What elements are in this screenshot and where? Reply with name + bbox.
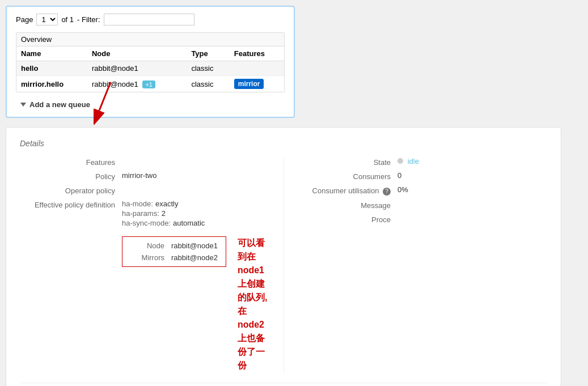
queue-name-mirrior[interactable]: mirrior.hello: [16, 76, 87, 92]
of-label: of 1: [61, 15, 74, 24]
message-row: Message: [295, 200, 547, 210]
col-node: Node: [87, 46, 187, 61]
filter-label: - Filter:: [77, 15, 100, 24]
add-queue-label: Add a new queue: [29, 100, 90, 109]
col-type: Type: [187, 46, 229, 61]
state-dot-icon: [397, 158, 403, 164]
consumer-util-row: Consumer utilisation ? 0%: [295, 185, 547, 196]
consumers-count-value: 0: [397, 171, 401, 180]
ha-mode-value: exactly: [155, 200, 178, 208]
queue-type-hello: classic: [187, 61, 229, 76]
effective-policy-row: Effective policy definition ha-mode: exa…: [20, 200, 272, 227]
right-column: State idle Consumers 0 Consumer utilisat…: [284, 157, 547, 372]
consumers-section: Consumers: [20, 383, 547, 386]
features-row: Features: [20, 157, 272, 167]
queue-node-mirrior: rabbit@node1 +1: [87, 76, 187, 92]
page-label: Page: [16, 15, 33, 24]
consumers-count-row: Consumers 0: [295, 171, 547, 181]
overview-section: Overview Name Node Type Features hello r…: [16, 32, 285, 92]
queue-features-mirrior: mirrior: [230, 76, 284, 92]
page-select[interactable]: 1: [36, 14, 58, 26]
consumer-util-label: Consumer utilisation ?: [295, 185, 397, 196]
ha-sync-mode-value: automatic: [173, 219, 205, 227]
queue-node-hello: rabbit@node1: [87, 61, 187, 76]
details-title: Details: [20, 139, 547, 148]
top-panel: Page 1 of 1 - Filter: Overview Name Node…: [6, 6, 295, 118]
chevron-down-icon: [20, 103, 26, 107]
annotation-text: 可以看到在node1上创建的队列, 在node2上也备份了一份: [238, 236, 272, 372]
effective-policy-label: Effective policy definition: [20, 200, 122, 209]
filter-input[interactable]: [104, 14, 194, 26]
table-row[interactable]: hello rabbit@node1 classic: [16, 61, 284, 76]
node-badge: +1: [142, 80, 155, 88]
policy-label: Policy: [20, 171, 122, 181]
pagination-row: Page 1 of 1 - Filter:: [16, 14, 285, 26]
ha-sync-mode-key: ha-sync-mode:: [122, 219, 171, 227]
consumers-count-label: Consumers: [295, 171, 397, 181]
operator-policy-row: Operator policy: [20, 185, 272, 195]
bottom-panel: Details Features Policy mirrior-two Oper…: [6, 127, 561, 386]
node-box-value: rabbit@node1: [171, 241, 218, 250]
ha-params: ha-mode: exactly ha-params: 2 ha-sync-mo…: [122, 200, 205, 227]
mirrors-box-value: rabbit@node2: [171, 253, 218, 262]
proc-label: Proce: [295, 214, 397, 224]
message-label: Message: [295, 200, 397, 210]
consumer-util-value: 0%: [397, 185, 408, 194]
state-label: State: [295, 157, 397, 167]
proc-row: Proce: [295, 214, 547, 224]
feature-mirrior-badge: mirrior: [234, 79, 264, 89]
ha-params-key: ha-params:: [122, 209, 159, 218]
question-mark-icon[interactable]: ?: [383, 188, 391, 196]
details-grid: Features Policy mirrior-two Operator pol…: [20, 157, 547, 372]
ha-params-value: 2: [162, 209, 166, 218]
queue-features-hello: [230, 61, 284, 76]
queue-type-mirrior: classic: [187, 76, 229, 92]
node-mirrors-section: Node rabbit@node1 Mirrors rabbit@node2 可…: [20, 232, 272, 372]
state-value: idle: [397, 157, 419, 166]
features-label: Features: [20, 157, 122, 167]
col-features: Features: [230, 46, 284, 61]
queue-name-hello[interactable]: hello: [16, 61, 87, 76]
overview-label: Overview: [16, 33, 284, 46]
table-row[interactable]: mirrior.hello rabbit@node1 +1 classic mi…: [16, 76, 284, 92]
policy-value: mirrior-two: [122, 171, 156, 180]
add-queue-row[interactable]: Add a new queue: [16, 96, 285, 109]
ha-mode-key: ha-mode:: [122, 200, 153, 208]
operator-policy-label: Operator policy: [20, 185, 122, 195]
state-row: State idle: [295, 157, 547, 167]
node-box-label: Node: [130, 241, 164, 250]
policy-row: Policy mirrior-two: [20, 171, 272, 181]
col-name: Name: [16, 46, 87, 61]
queue-table: Name Node Type Features hello rabbit@nod…: [16, 46, 284, 92]
state-idle-text: idle: [408, 157, 419, 166]
mirrors-box-label: Mirrors: [130, 253, 164, 262]
left-column: Features Policy mirrior-two Operator pol…: [20, 157, 284, 372]
node-mirrors-box: Node rabbit@node1 Mirrors rabbit@node2: [122, 236, 226, 267]
